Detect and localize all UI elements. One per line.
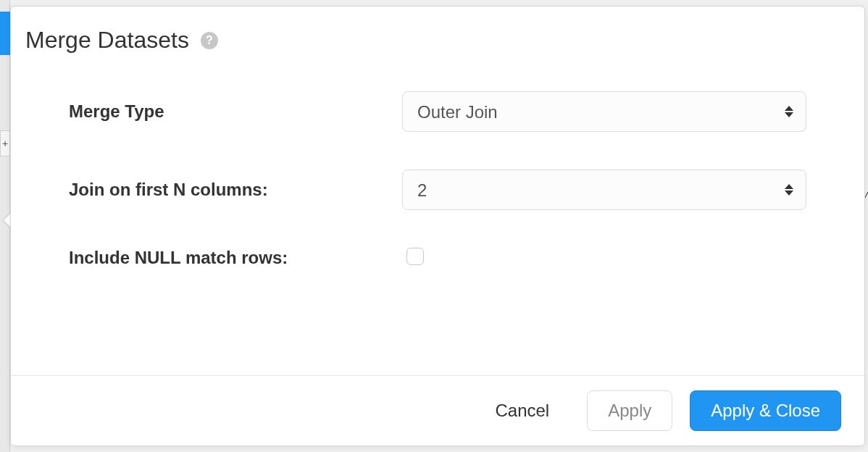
- dialog-title: Merge Datasets: [25, 27, 189, 54]
- include-null-label: Include NULL match rows:: [69, 248, 402, 268]
- join-columns-control-wrap: 2: [402, 170, 806, 210]
- include-null-row: Include NULL match rows:: [69, 248, 806, 268]
- merge-type-control-wrap: Outer Join: [402, 91, 806, 132]
- apply-close-button[interactable]: Apply & Close: [690, 390, 841, 431]
- active-tab-indicator: [0, 12, 10, 55]
- dialog-body: Merge Type Outer Join Join on first N co…: [11, 59, 864, 375]
- join-columns-row: Join on first N columns: 2: [69, 170, 806, 210]
- help-icon[interactable]: ?: [201, 32, 218, 49]
- dialog-header: Merge Datasets ?: [11, 7, 864, 59]
- merge-type-label: Merge Type: [69, 101, 402, 122]
- cancel-button[interactable]: Cancel: [475, 390, 569, 431]
- include-null-checkbox[interactable]: [406, 248, 424, 265]
- join-columns-label: Join on first N columns:: [69, 180, 402, 200]
- merge-type-row: Merge Type Outer Join: [69, 91, 806, 132]
- merge-type-select[interactable]: Outer Join: [402, 91, 806, 132]
- include-null-control-wrap: [402, 248, 806, 268]
- dialog-footer: Cancel Apply Apply & Close: [11, 375, 864, 445]
- add-tab-button[interactable]: +: [0, 130, 10, 156]
- apply-button[interactable]: Apply: [587, 390, 672, 431]
- join-columns-select[interactable]: 2: [402, 170, 806, 210]
- merge-datasets-dialog: Merge Datasets ? Merge Type Outer Join J…: [10, 6, 865, 446]
